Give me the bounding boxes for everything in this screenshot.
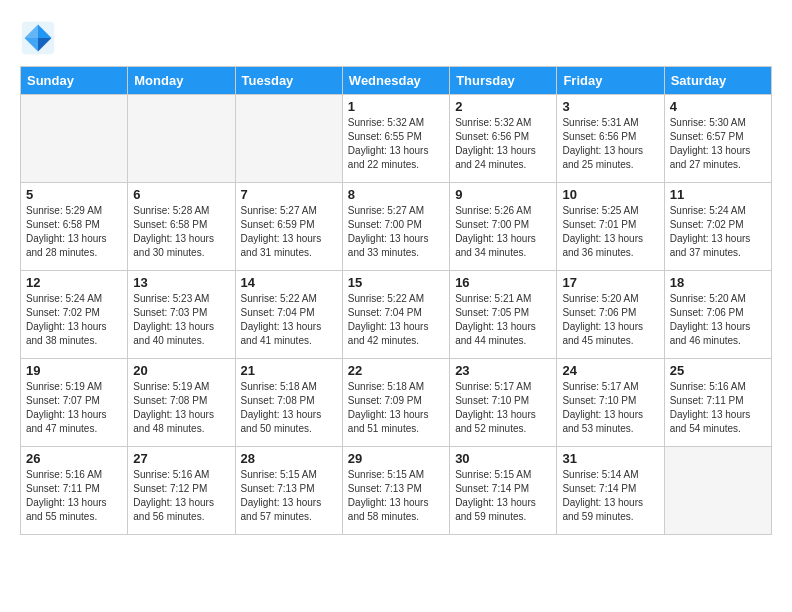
- day-number: 10: [562, 187, 658, 202]
- calendar-cell: 15Sunrise: 5:22 AMSunset: 7:04 PMDayligh…: [342, 271, 449, 359]
- day-number: 29: [348, 451, 444, 466]
- calendar-cell: 8Sunrise: 5:27 AMSunset: 7:00 PMDaylight…: [342, 183, 449, 271]
- calendar-cell: 7Sunrise: 5:27 AMSunset: 6:59 PMDaylight…: [235, 183, 342, 271]
- day-info: Sunrise: 5:29 AMSunset: 6:58 PMDaylight:…: [26, 204, 122, 260]
- calendar-cell: 18Sunrise: 5:20 AMSunset: 7:06 PMDayligh…: [664, 271, 771, 359]
- calendar-cell: 14Sunrise: 5:22 AMSunset: 7:04 PMDayligh…: [235, 271, 342, 359]
- calendar-cell: 27Sunrise: 5:16 AMSunset: 7:12 PMDayligh…: [128, 447, 235, 535]
- day-number: 25: [670, 363, 766, 378]
- calendar-cell: 17Sunrise: 5:20 AMSunset: 7:06 PMDayligh…: [557, 271, 664, 359]
- day-info: Sunrise: 5:27 AMSunset: 7:00 PMDaylight:…: [348, 204, 444, 260]
- week-row-2: 5Sunrise: 5:29 AMSunset: 6:58 PMDaylight…: [21, 183, 772, 271]
- logo-icon: [20, 20, 56, 56]
- day-number: 28: [241, 451, 337, 466]
- calendar-cell: 25Sunrise: 5:16 AMSunset: 7:11 PMDayligh…: [664, 359, 771, 447]
- calendar-cell: 2Sunrise: 5:32 AMSunset: 6:56 PMDaylight…: [450, 95, 557, 183]
- calendar-cell: [128, 95, 235, 183]
- day-number: 30: [455, 451, 551, 466]
- day-number: 22: [348, 363, 444, 378]
- week-row-3: 12Sunrise: 5:24 AMSunset: 7:02 PMDayligh…: [21, 271, 772, 359]
- day-info: Sunrise: 5:15 AMSunset: 7:14 PMDaylight:…: [455, 468, 551, 524]
- calendar-cell: 5Sunrise: 5:29 AMSunset: 6:58 PMDaylight…: [21, 183, 128, 271]
- calendar-cell: 3Sunrise: 5:31 AMSunset: 6:56 PMDaylight…: [557, 95, 664, 183]
- day-info: Sunrise: 5:21 AMSunset: 7:05 PMDaylight:…: [455, 292, 551, 348]
- calendar-header-row: SundayMondayTuesdayWednesdayThursdayFrid…: [21, 67, 772, 95]
- calendar-cell: 26Sunrise: 5:16 AMSunset: 7:11 PMDayligh…: [21, 447, 128, 535]
- calendar-cell: 1Sunrise: 5:32 AMSunset: 6:55 PMDaylight…: [342, 95, 449, 183]
- day-number: 19: [26, 363, 122, 378]
- week-row-5: 26Sunrise: 5:16 AMSunset: 7:11 PMDayligh…: [21, 447, 772, 535]
- day-info: Sunrise: 5:14 AMSunset: 7:14 PMDaylight:…: [562, 468, 658, 524]
- day-number: 21: [241, 363, 337, 378]
- day-number: 8: [348, 187, 444, 202]
- day-number: 12: [26, 275, 122, 290]
- day-info: Sunrise: 5:16 AMSunset: 7:11 PMDaylight:…: [670, 380, 766, 436]
- day-info: Sunrise: 5:31 AMSunset: 6:56 PMDaylight:…: [562, 116, 658, 172]
- calendar-cell: 29Sunrise: 5:15 AMSunset: 7:13 PMDayligh…: [342, 447, 449, 535]
- calendar-cell: 28Sunrise: 5:15 AMSunset: 7:13 PMDayligh…: [235, 447, 342, 535]
- day-info: Sunrise: 5:16 AMSunset: 7:11 PMDaylight:…: [26, 468, 122, 524]
- day-number: 18: [670, 275, 766, 290]
- calendar-cell: 6Sunrise: 5:28 AMSunset: 6:58 PMDaylight…: [128, 183, 235, 271]
- calendar-cell: 20Sunrise: 5:19 AMSunset: 7:08 PMDayligh…: [128, 359, 235, 447]
- day-info: Sunrise: 5:17 AMSunset: 7:10 PMDaylight:…: [455, 380, 551, 436]
- week-row-1: 1Sunrise: 5:32 AMSunset: 6:55 PMDaylight…: [21, 95, 772, 183]
- calendar-cell: [21, 95, 128, 183]
- day-number: 15: [348, 275, 444, 290]
- calendar-cell: 11Sunrise: 5:24 AMSunset: 7:02 PMDayligh…: [664, 183, 771, 271]
- calendar-cell: 13Sunrise: 5:23 AMSunset: 7:03 PMDayligh…: [128, 271, 235, 359]
- day-info: Sunrise: 5:20 AMSunset: 7:06 PMDaylight:…: [670, 292, 766, 348]
- calendar-cell: 10Sunrise: 5:25 AMSunset: 7:01 PMDayligh…: [557, 183, 664, 271]
- calendar-cell: 24Sunrise: 5:17 AMSunset: 7:10 PMDayligh…: [557, 359, 664, 447]
- day-number: 2: [455, 99, 551, 114]
- day-info: Sunrise: 5:22 AMSunset: 7:04 PMDaylight:…: [348, 292, 444, 348]
- day-number: 23: [455, 363, 551, 378]
- day-info: Sunrise: 5:30 AMSunset: 6:57 PMDaylight:…: [670, 116, 766, 172]
- day-number: 11: [670, 187, 766, 202]
- day-number: 31: [562, 451, 658, 466]
- day-header-friday: Friday: [557, 67, 664, 95]
- day-number: 26: [26, 451, 122, 466]
- day-header-tuesday: Tuesday: [235, 67, 342, 95]
- day-info: Sunrise: 5:27 AMSunset: 6:59 PMDaylight:…: [241, 204, 337, 260]
- day-info: Sunrise: 5:17 AMSunset: 7:10 PMDaylight:…: [562, 380, 658, 436]
- week-row-4: 19Sunrise: 5:19 AMSunset: 7:07 PMDayligh…: [21, 359, 772, 447]
- calendar-cell: 4Sunrise: 5:30 AMSunset: 6:57 PMDaylight…: [664, 95, 771, 183]
- day-number: 17: [562, 275, 658, 290]
- day-info: Sunrise: 5:15 AMSunset: 7:13 PMDaylight:…: [241, 468, 337, 524]
- day-number: 3: [562, 99, 658, 114]
- day-number: 7: [241, 187, 337, 202]
- calendar-cell: [664, 447, 771, 535]
- logo: [20, 20, 60, 56]
- day-number: 27: [133, 451, 229, 466]
- day-info: Sunrise: 5:22 AMSunset: 7:04 PMDaylight:…: [241, 292, 337, 348]
- day-number: 14: [241, 275, 337, 290]
- calendar-cell: 23Sunrise: 5:17 AMSunset: 7:10 PMDayligh…: [450, 359, 557, 447]
- day-info: Sunrise: 5:26 AMSunset: 7:00 PMDaylight:…: [455, 204, 551, 260]
- calendar-cell: 12Sunrise: 5:24 AMSunset: 7:02 PMDayligh…: [21, 271, 128, 359]
- day-info: Sunrise: 5:28 AMSunset: 6:58 PMDaylight:…: [133, 204, 229, 260]
- day-info: Sunrise: 5:16 AMSunset: 7:12 PMDaylight:…: [133, 468, 229, 524]
- calendar-cell: 30Sunrise: 5:15 AMSunset: 7:14 PMDayligh…: [450, 447, 557, 535]
- day-number: 4: [670, 99, 766, 114]
- day-number: 20: [133, 363, 229, 378]
- day-header-saturday: Saturday: [664, 67, 771, 95]
- day-header-monday: Monday: [128, 67, 235, 95]
- calendar-cell: 16Sunrise: 5:21 AMSunset: 7:05 PMDayligh…: [450, 271, 557, 359]
- day-info: Sunrise: 5:25 AMSunset: 7:01 PMDaylight:…: [562, 204, 658, 260]
- day-info: Sunrise: 5:18 AMSunset: 7:09 PMDaylight:…: [348, 380, 444, 436]
- day-info: Sunrise: 5:18 AMSunset: 7:08 PMDaylight:…: [241, 380, 337, 436]
- day-info: Sunrise: 5:15 AMSunset: 7:13 PMDaylight:…: [348, 468, 444, 524]
- calendar-cell: 22Sunrise: 5:18 AMSunset: 7:09 PMDayligh…: [342, 359, 449, 447]
- calendar-cell: 9Sunrise: 5:26 AMSunset: 7:00 PMDaylight…: [450, 183, 557, 271]
- day-header-sunday: Sunday: [21, 67, 128, 95]
- day-info: Sunrise: 5:23 AMSunset: 7:03 PMDaylight:…: [133, 292, 229, 348]
- day-info: Sunrise: 5:20 AMSunset: 7:06 PMDaylight:…: [562, 292, 658, 348]
- day-info: Sunrise: 5:19 AMSunset: 7:08 PMDaylight:…: [133, 380, 229, 436]
- day-number: 16: [455, 275, 551, 290]
- calendar-table: SundayMondayTuesdayWednesdayThursdayFrid…: [20, 66, 772, 535]
- day-info: Sunrise: 5:32 AMSunset: 6:55 PMDaylight:…: [348, 116, 444, 172]
- day-info: Sunrise: 5:19 AMSunset: 7:07 PMDaylight:…: [26, 380, 122, 436]
- day-header-wednesday: Wednesday: [342, 67, 449, 95]
- day-number: 5: [26, 187, 122, 202]
